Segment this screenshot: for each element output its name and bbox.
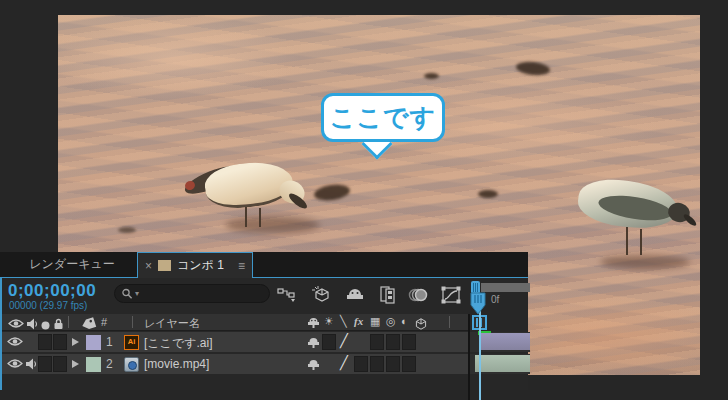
layer2-label-color-swatch[interactable] (86, 357, 101, 372)
seagull-right (570, 163, 700, 273)
layer1-shy-toggle[interactable] (307, 335, 320, 349)
solo-column-icon (41, 318, 50, 332)
tab-comp1[interactable]: × コンポ 1 ≡ (137, 252, 253, 278)
search-input[interactable]: ▾ (114, 284, 270, 303)
layer1-quality-toggle[interactable]: ╱ (340, 333, 348, 348)
seaweed-spot (515, 60, 550, 76)
tab-render-queue-label: レンダーキュー (29, 257, 114, 271)
layer1-frame-blend-toggle[interactable] (370, 334, 384, 350)
seaweed-spot (118, 227, 136, 233)
layer2-duration-bar[interactable] (475, 355, 530, 372)
adjustment-layer-column-icon: ◐ (401, 315, 408, 327)
layer1-video-eye-toggle[interactable] (7, 334, 23, 348)
search-icon (121, 288, 133, 300)
layer1-label-color-swatch[interactable] (86, 335, 101, 350)
speech-bubble: ここです (321, 93, 445, 142)
video-eye-column-icon (8, 316, 24, 330)
graph-editor-icon[interactable] (438, 284, 464, 306)
layer1-solo-toggle[interactable] (38, 334, 52, 350)
layer2-number: 2 (106, 357, 113, 371)
motion-blur-icon[interactable] (405, 284, 431, 306)
time-navigator-bar[interactable] (481, 283, 530, 292)
layer1-name[interactable]: [ここです.ai] (144, 335, 212, 352)
frame-fps-display: 00000 (29.97 fps) (9, 300, 87, 311)
search-options-caret-icon[interactable]: ▾ (135, 289, 139, 298)
layer2-collapse-toggle[interactable] (354, 356, 368, 372)
movie-file-icon (124, 357, 139, 372)
layer2-adjustment-toggle[interactable] (402, 356, 416, 372)
panel-tab-bar: レンダーキュー × コンポ 1 ≡ (0, 252, 528, 277)
tab-comp1-label: コンポ 1 (177, 257, 224, 274)
layer-row-2[interactable]: 2 [movie.mp4] ╱ (2, 354, 468, 374)
ruler-zero-label: 0f (491, 294, 499, 305)
layer1-collapse-toggle[interactable] (322, 334, 336, 350)
shy-column-icon (307, 315, 320, 329)
audio-column-icon (26, 316, 38, 330)
lock-column-icon (53, 316, 64, 330)
composition-mini-flowchart-icon[interactable] (274, 284, 300, 306)
layer2-quality-toggle[interactable]: ╱ (340, 355, 348, 370)
layer2-name[interactable]: [movie.mp4] (144, 357, 209, 371)
3d-layer-column-icon (415, 316, 427, 330)
layer-row-1[interactable]: 1 Ai [ここです.ai] ╱ (2, 332, 468, 352)
hide-shy-layers-icon[interactable] (342, 284, 368, 306)
tab-render-queue[interactable]: レンダーキュー (8, 252, 136, 277)
layer2-shy-toggle[interactable] (307, 357, 320, 371)
close-tab-icon[interactable]: × (145, 259, 152, 273)
comp-label-color-swatch (158, 260, 171, 271)
layer1-motion-blur-toggle[interactable] (386, 334, 400, 350)
layer-column-header: # レイヤー名 ☀ ╲ fx ▦ ◎ ◐ (2, 314, 468, 331)
motion-blur-column-icon: ◎ (386, 315, 396, 328)
collapse-transformations-column-icon: ☀ (324, 315, 334, 328)
current-time-display[interactable]: 0;00;00;00 (8, 281, 96, 301)
layer1-lock-toggle[interactable] (53, 334, 67, 350)
seagull-left (183, 155, 333, 245)
layer1-expand-arrow-icon[interactable] (72, 338, 79, 346)
timeline-panel: レンダーキュー × コンポ 1 ≡ 0;00;00;00 00000 (29.9… (0, 252, 528, 390)
effects-column-icon: fx (354, 315, 363, 327)
seaweed-spot (478, 190, 498, 198)
draft-3d-icon[interactable] (308, 284, 334, 306)
layer2-motion-blur-toggle[interactable] (386, 356, 400, 372)
frame-blend-column-icon: ▦ (370, 315, 380, 328)
layer2-audio-toggle[interactable] (25, 356, 37, 370)
illustrator-file-icon: Ai (124, 335, 139, 350)
layer1-adjustment-toggle[interactable] (402, 334, 416, 350)
layer1-duration-bar[interactable] (481, 333, 530, 350)
layer2-solo-toggle[interactable] (38, 356, 52, 372)
panel-menu-icon[interactable]: ≡ (238, 259, 245, 273)
playhead-line[interactable] (479, 303, 481, 400)
quality-column-icon: ╲ (340, 315, 347, 328)
app-window: ここです レンダーキュー × コンポ 1 ≡ 0;00;00;00 00000 … (0, 0, 728, 400)
number-column-header: # (101, 316, 107, 328)
frame-blending-icon[interactable] (374, 284, 400, 306)
layer2-lock-toggle[interactable] (53, 356, 67, 372)
layer2-expand-arrow-icon[interactable] (72, 360, 79, 368)
timeline-panel-body: 0;00;00;00 00000 (29.97 fps) ▾ (0, 277, 528, 390)
layer1-number: 1 (106, 335, 113, 349)
label-column-icon (81, 316, 96, 330)
layer2-frame-blend-toggle[interactable] (370, 356, 384, 372)
speech-bubble-text: ここです (330, 101, 436, 134)
layer2-video-eye-toggle[interactable] (7, 356, 23, 370)
current-time-indicator-playhead[interactable] (470, 292, 486, 315)
layer-name-column-header: レイヤー名 (144, 316, 200, 331)
seaweed-spot (424, 73, 439, 79)
